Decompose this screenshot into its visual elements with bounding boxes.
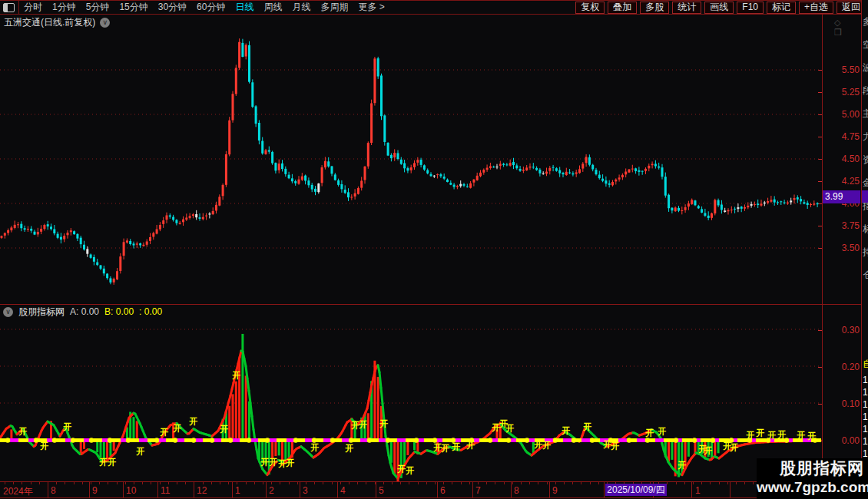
signal-marker: 开 (359, 420, 368, 429)
period-tab-9[interactable]: 多周期 (320, 1, 348, 14)
signal-marker: 开 (40, 441, 49, 451)
signal-marker: 开 (466, 441, 475, 450)
signal-marker: 开 (730, 443, 739, 452)
indicator-collapse-icon[interactable]: ∨ (3, 307, 13, 317)
week-tick (323, 482, 323, 484)
toolbar-button-0[interactable]: 复权 (575, 2, 605, 14)
week-tick (461, 482, 462, 484)
signal-marker: 开 (658, 427, 667, 436)
price-label: 3.75 (824, 220, 860, 231)
week-tick (590, 482, 591, 484)
signal-marker: 开 (678, 461, 687, 470)
week-tick (185, 482, 186, 484)
week-tick (744, 482, 745, 484)
month-label: 5 (379, 485, 384, 496)
price-label: 4.25 (824, 176, 860, 187)
signal-marker: 开 (797, 431, 806, 440)
period-tab-0[interactable]: 分时 (24, 1, 42, 14)
axis-border-line (822, 14, 823, 497)
week-tick (332, 482, 333, 484)
signal-marker: 开 (645, 428, 654, 438)
toolbar-button-7[interactable]: +自选 (799, 2, 833, 14)
price-label: 5.00 (824, 109, 860, 120)
week-tick (39, 482, 40, 484)
week-tick (160, 482, 161, 484)
strip-highlight-block (862, 190, 868, 203)
week-tick (538, 482, 538, 484)
price-label: 5.25 (824, 87, 860, 97)
month-label: 12 (197, 485, 207, 496)
indicator-axis-label: 0.20 (824, 362, 860, 372)
period-tab-10[interactable]: 更多 > (358, 1, 384, 14)
signal-marker: 开 (505, 424, 515, 433)
period-tab-1[interactable]: 1分钟 (52, 1, 76, 14)
week-tick (142, 482, 143, 484)
toolbar-button-3[interactable]: 统计 (672, 2, 701, 14)
chart-title: 五洲交通(日线.前复权) (4, 16, 95, 29)
week-tick (74, 482, 75, 484)
week-tick (736, 482, 737, 484)
toolbar-button-5[interactable]: F10 (737, 2, 764, 14)
signal-marker: 开 (232, 371, 241, 380)
strip-char: 金 (863, 177, 868, 190)
signal-marker: 开 (173, 424, 182, 433)
indicator-value-c: : 0.00 (139, 306, 162, 317)
period-tab-6[interactable]: 日线 (235, 1, 253, 14)
week-tick (194, 482, 194, 484)
strip-char: 持 (863, 246, 868, 259)
month-separator (194, 482, 194, 497)
month-label: 10 (126, 485, 136, 496)
week-tick (486, 482, 487, 484)
strip-digit: 1 (863, 424, 868, 435)
week-tick (56, 482, 57, 484)
candlestick-chart[interactable] (0, 31, 822, 304)
week-tick (65, 482, 65, 484)
toolbar-button-2[interactable]: 多股 (640, 2, 669, 14)
signal-marker: 开 (777, 430, 787, 439)
signal-marker: 开 (542, 441, 552, 450)
week-tick (392, 482, 393, 484)
month-label: 6 (440, 485, 446, 496)
indicator-axis-label: 0.00 (824, 435, 860, 446)
week-tick (521, 482, 522, 484)
toolbar-button-4[interactable]: 画线 (704, 2, 734, 14)
period-tab-5[interactable]: 60分钟 (197, 1, 225, 14)
indicator-value-a: A: 0.00 (70, 306, 99, 317)
month-separator (437, 482, 438, 497)
week-tick (289, 482, 290, 484)
indicator-axis-label: 0.30 (824, 325, 860, 335)
oscillator-chart[interactable]: 开开开开开开开开开开开开开开开开开开开开开开开开开开开开开开开开开开开开开开开开… (0, 305, 822, 481)
week-tick (727, 482, 728, 484)
month-label: 9 (552, 485, 558, 496)
watermark-box: 股朋指标网 www.7gpzb.com (757, 458, 868, 499)
top-toolbar: 分时1分钟5分钟15分钟30分钟60分钟日线周线月线多周期更多 > 复权叠加多股… (0, 0, 868, 15)
month-label: 2 (269, 485, 274, 496)
signal-marker: 开 (767, 431, 777, 440)
collapse-chevron-icon[interactable]: ∨ (100, 18, 110, 28)
signal-marker: 开 (611, 441, 620, 451)
week-tick (306, 482, 306, 484)
period-tab-2[interactable]: 5分钟 (86, 1, 110, 14)
signal-marker: 开 (260, 458, 270, 467)
week-tick (280, 482, 280, 484)
month-separator (300, 482, 300, 497)
toolbar-button-6[interactable]: 标记 (767, 2, 796, 14)
period-tab-4[interactable]: 30分钟 (158, 1, 187, 14)
right-cropped-panel[interactable]: 多空波段主力资金指标持仓自11111111 (862, 0, 868, 499)
strip-char: 主 (863, 107, 868, 121)
month-separator (730, 482, 731, 497)
week-tick (375, 482, 376, 484)
window-split-icon[interactable] (3, 3, 15, 12)
month-separator (549, 482, 550, 497)
toolbar-button-1[interactable]: 叠加 (608, 2, 637, 14)
signal-marker: 开 (746, 431, 755, 440)
week-tick (297, 482, 298, 484)
period-tab-8[interactable]: 月线 (292, 1, 310, 14)
week-tick (478, 482, 479, 484)
period-tab-7[interactable]: 周线 (263, 1, 282, 14)
trading-app-window: 分时1分钟5分钟15分钟30分钟60分钟日线周线月线多周期更多 > 复权叠加多股… (0, 0, 868, 499)
week-tick (340, 482, 341, 484)
period-tab-3[interactable]: 15分钟 (119, 1, 147, 14)
strip-digit: 1 (863, 399, 868, 410)
signal-marker: 开 (534, 440, 543, 449)
